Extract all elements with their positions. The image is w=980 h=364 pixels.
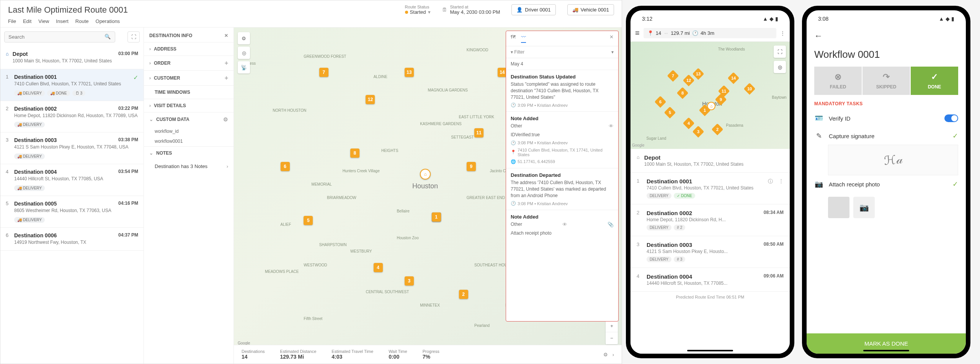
destination-item[interactable]: 4 Destination 0004 14440 Hillcroft St, H… — [0, 164, 144, 196]
menu-edit[interactable]: Edit — [23, 18, 31, 24]
attachment-icon[interactable]: 📎 — [608, 222, 614, 227]
zoom-out-button[interactable]: − — [606, 332, 618, 344]
destination-item[interactable]: 5 Destination 0005 8605 Westheimer Rd, H… — [0, 196, 144, 228]
map-pin[interactable]: 5 — [304, 216, 313, 225]
eye-icon[interactable]: 👁 — [609, 123, 614, 129]
map-pin[interactable]: 12 — [366, 95, 375, 104]
failed-button[interactable]: ⊗FAILED — [814, 67, 862, 95]
phone-map-pin[interactable]: 4 — [683, 117, 695, 129]
depot-item[interactable]: ⌂ Depot 1000 Main St, Houston, TX 77002,… — [0, 46, 144, 69]
activity-item[interactable]: Destination DepartedThe address '7410 Cu… — [506, 168, 618, 210]
section-custom-data[interactable]: ⌄CUSTOM DATA⚙ — [144, 112, 234, 126]
phone-map-pin[interactable]: 3 — [693, 126, 704, 137]
menu-view[interactable]: View — [38, 18, 49, 24]
map-pin[interactable]: 1 — [432, 212, 441, 222]
search-icon[interactable]: 🔍 — [105, 34, 111, 45]
receipt-thumbnail[interactable] — [828, 197, 849, 218]
phone-dest-item[interactable]: 1 Destination 0001 7410 Cullen Blvd, Hou… — [630, 173, 790, 204]
phone-map[interactable]: Houston The Woodlands Baytown Sugar Land… — [630, 42, 790, 149]
eye-icon[interactable]: 👁 — [562, 222, 567, 227]
notes-summary-row[interactable]: Destination has 3 Notes › — [144, 160, 234, 173]
map-pin[interactable]: 3 — [405, 276, 414, 286]
skipped-button[interactable]: ↷SKIPPED — [862, 67, 910, 95]
map-pin[interactable]: 8 — [350, 149, 359, 158]
section-visit-details[interactable]: ›VISIT DETAILS — [144, 99, 234, 112]
close-icon[interactable]: ✕ — [609, 34, 614, 43]
done-button[interactable]: ✓DONE — [911, 67, 958, 95]
chevron-down-icon[interactable]: ▾ — [428, 9, 431, 15]
section-customer[interactable]: ›CUSTOMER+ — [144, 70, 234, 85]
activity-item[interactable]: Note AddedOther👁IDVerified:true🕐 3:08 PM… — [506, 111, 618, 168]
signature-preview[interactable]: ℋ𝒶 — [828, 145, 958, 175]
map-pin[interactable]: 6 — [281, 162, 290, 171]
activity-item[interactable]: Note AddedOther👁📎Attach receipt photo — [506, 210, 618, 240]
section-time-windows[interactable]: TIME WINDOWS — [144, 85, 234, 99]
phone-destination-list[interactable]: ⌂ Depot 1000 Main St, Houston, TX 77002,… — [630, 149, 790, 354]
gear-icon[interactable]: ⚙ — [223, 116, 228, 122]
driver-pill[interactable]: 👤Driver 0001 — [511, 4, 555, 15]
phone-map-pin[interactable]: 10 — [743, 83, 755, 95]
phone-map-pin[interactable]: 8 — [676, 87, 688, 99]
menu-operations[interactable]: Operations — [96, 18, 120, 24]
destination-item[interactable]: 1 Destination 0001 7410 Cullen Blvd, Hou… — [0, 69, 144, 101]
task-verify-id[interactable]: 🪪 Verify ID — [807, 109, 966, 127]
menu-icon[interactable]: ≡ — [635, 29, 640, 38]
map-pin[interactable]: 2 — [459, 290, 468, 299]
more-icon[interactable]: ⋮ — [780, 30, 785, 36]
fullscreen-icon[interactable]: ⛶ — [774, 46, 786, 58]
menu-insert[interactable]: Insert — [56, 18, 69, 24]
chevron-down-icon[interactable]: ▾ — [611, 49, 614, 55]
map-pin[interactable]: 11 — [474, 128, 483, 137]
tab-route-icon[interactable]: 🗺 — [511, 34, 516, 43]
destination-item[interactable]: 6 Destination 0006 14919 Northwest Fwy, … — [0, 228, 144, 251]
phone-map-pin[interactable]: 7 — [667, 70, 679, 82]
expand-icon[interactable]: ⛶ — [127, 31, 140, 42]
menu-file[interactable]: File — [8, 18, 16, 24]
phone-map-pin[interactable]: 6 — [654, 96, 666, 108]
more-icon[interactable]: ⋮ — [779, 178, 784, 184]
map-layers-icon[interactable]: ◎ — [238, 47, 250, 59]
add-photo-button[interactable]: 📷 — [853, 197, 875, 218]
menu-route[interactable]: Route — [75, 18, 89, 24]
phone-map-pin[interactable]: 13 — [693, 68, 704, 80]
vehicle-pill[interactable]: 🚚Vehicle 0001 — [567, 4, 614, 15]
map-pin[interactable]: 7 — [319, 68, 328, 77]
filter-row[interactable]: ▾ Filter ▾ — [506, 46, 618, 58]
map-pin[interactable]: 13 — [405, 68, 414, 77]
back-icon[interactable]: ← — [814, 31, 823, 41]
task-photo[interactable]: 📷 Attach receipt photo ✓ — [807, 175, 966, 193]
phone-map-pin[interactable]: 2 — [712, 124, 724, 135]
verify-id-toggle[interactable] — [944, 114, 958, 122]
add-customer-button[interactable]: + — [225, 75, 228, 82]
phone-dest-item[interactable]: 2 Destination 0002 Home Depot, 11820 Dic… — [630, 204, 790, 236]
map-pin[interactable]: 4 — [374, 263, 383, 272]
close-icon[interactable]: ✕ — [224, 33, 228, 38]
destination-list[interactable]: ⌂ Depot 1000 Main St, Houston, TX 77002,… — [0, 46, 144, 364]
destination-item[interactable]: 3 Destination 0003 4121 S Sam Houston Pk… — [0, 132, 144, 164]
tab-activity-icon[interactable]: 〰 — [521, 34, 526, 43]
section-address[interactable]: ›ADDRESS — [144, 42, 234, 55]
phone-map-pin[interactable]: 12 — [683, 74, 695, 86]
phone-map-pin[interactable]: 5 — [664, 106, 676, 118]
phone-dest-item[interactable]: 3 Destination 0003 4121 S Sam Houston Pk… — [630, 236, 790, 268]
task-signature[interactable]: ✎ Capture signature ✓ — [807, 127, 966, 145]
add-order-button[interactable]: + — [225, 60, 228, 67]
search-input[interactable] — [4, 31, 115, 42]
map-settings-icon[interactable]: ⚙ — [238, 32, 250, 44]
phone-map-pin[interactable]: 14 — [727, 72, 739, 84]
phone-dest-item[interactable]: 4 Destination 0004 14440 Hillcroft St, H… — [630, 268, 790, 292]
activity-list[interactable]: Destination Status UpdatedStatus "comple… — [506, 70, 618, 321]
route-summary-chip[interactable]: 📍14 ↔129.7 mi 🕐4h 3m — [644, 28, 776, 38]
route-map[interactable]: GREENWOOD FORESTNORTH HOUSTONKINGWOODATA… — [234, 28, 622, 364]
zoom-in-button[interactable]: + — [606, 320, 618, 332]
info-icon[interactable]: ⓘ — [768, 178, 773, 185]
activity-item[interactable]: Destination Status UpdatedStatus "comple… — [506, 70, 618, 111]
section-notes[interactable]: ⌄NOTES — [144, 146, 234, 160]
map-broadcast-icon[interactable]: 📡 — [238, 61, 250, 73]
phone-depot-item[interactable]: ⌂ Depot 1000 Main St, Houston, TX 77002,… — [630, 149, 790, 173]
chevron-right-icon[interactable]: › — [612, 352, 614, 357]
map-pin[interactable]: 9 — [467, 162, 476, 171]
section-order[interactable]: ›ORDER+ — [144, 55, 234, 70]
map-home-pin[interactable]: ⌂ — [420, 169, 431, 180]
footer-settings-icon[interactable]: ⚙ — [603, 352, 608, 357]
